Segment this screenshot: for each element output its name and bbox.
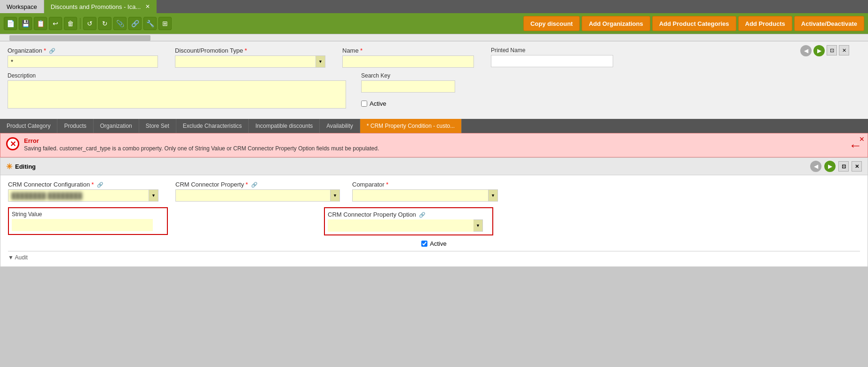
comparator-input[interactable]: Contains	[352, 189, 489, 202]
discount-type-label: Discount/Promotion Type *	[175, 47, 335, 54]
organization-input[interactable]	[8, 55, 158, 68]
organization-group: Organization * 🔗	[8, 47, 167, 68]
editing-close-btn[interactable]: ✕	[852, 161, 862, 172]
toolbar-icon-refresh[interactable]: ↺	[83, 17, 96, 30]
tab-availability[interactable]: Availability	[320, 119, 360, 133]
activate-deactivate-button[interactable]: Activate/Deactivate	[794, 16, 864, 31]
discount-type-select-wrapper: Price Adjustment ▼	[175, 55, 335, 68]
toolbar-icon-window[interactable]: ⊞	[158, 17, 172, 30]
toolbar-icon-save[interactable]: 💾	[19, 17, 32, 30]
crm-property-option-outlined-box: CRM Connector Property Option 🔗 Employee…	[324, 207, 493, 235]
description-label: Description	[8, 72, 346, 79]
error-icon: ✕	[6, 137, 19, 150]
search-key-label: Search Key	[361, 72, 455, 79]
config-info-icon: 🔗	[97, 182, 103, 187]
editing-row-1: CRM Connector Configuration * 🔗 ████████…	[8, 181, 860, 202]
scroll-thumb[interactable]	[9, 35, 150, 41]
error-bar: ✕ Error Saving failed. customer_card_typ…	[0, 133, 868, 157]
error-close-button[interactable]: ✕	[859, 135, 865, 143]
editing-header: ✳ Editing ◀ ▶ ⊡ ✕	[0, 158, 868, 175]
toolbar-icon-new[interactable]: 📄	[4, 17, 17, 30]
horizontal-scrollbar[interactable]	[0, 34, 868, 41]
copy-discount-button[interactable]: Copy discount	[523, 16, 580, 31]
tab-product-category[interactable]: Product Category	[0, 119, 57, 133]
tab-store-set[interactable]: Store Set	[139, 119, 176, 133]
toolbar: 📄 💾 📋 ↩ 🗑 ↺ ↻ 📎 🔗 🔧 ⊞ Copy discount Add …	[0, 13, 868, 34]
name-input[interactable]: Ica RGT 7	[342, 55, 474, 68]
comparator-group: Comparator * Contains ▼	[352, 181, 503, 202]
name-group: Name * Ica RGT 7	[342, 47, 483, 68]
search-key-group: Search Key 200252	[361, 72, 455, 93]
editing-nav-next[interactable]: ▶	[824, 161, 836, 172]
toolbar-icon-attach[interactable]: 📎	[113, 17, 126, 30]
editing-asterisk: ✳	[6, 162, 12, 171]
crm-connector-config-label: CRM Connector Configuration * 🔗	[8, 181, 168, 188]
editing-active-label: Active	[430, 240, 446, 247]
crm-property-option-input[interactable]: Employee - Employee -	[328, 219, 473, 232]
toolbar-icon-link[interactable]: 🔗	[128, 17, 142, 30]
editing-section: ✳ Editing ◀ ▶ ⊡ ✕ CRM Connector Configur…	[0, 157, 868, 267]
toolbar-sep-1	[80, 18, 80, 29]
editing-active-checkbox[interactable]	[421, 241, 427, 247]
error-text: Error Saving failed. customer_card_type …	[24, 137, 844, 152]
name-label: Name *	[342, 47, 483, 54]
crm-config-input[interactable]: ████████ ████████	[8, 189, 149, 202]
toolbar-icon-undo[interactable]: ↩	[49, 17, 62, 30]
tab-workspace[interactable]: Workspace	[0, 0, 44, 13]
tab-discounts-promotions[interactable]: Discounts and Promotions - Ica... ✕	[44, 0, 157, 13]
add-product-categories-button[interactable]: Add Product Categories	[652, 16, 736, 31]
tab-products[interactable]: Products	[57, 119, 93, 133]
name-required-star: *	[360, 47, 363, 54]
nav-prev-button[interactable]: ◀	[800, 45, 812, 56]
string-value-group: String Value 123	[12, 211, 164, 231]
error-message: Saving failed. customer_card_type is a c…	[24, 145, 844, 152]
crm-connector-property-group: CRM Connector Property * 🔗 customer_card…	[175, 181, 345, 202]
crm-property-option-select-wrapper: Employee - Employee - ▼	[328, 219, 489, 232]
maximize-button[interactable]: ⊡	[827, 45, 837, 55]
crm-connector-property-label: CRM Connector Property * 🔗	[175, 181, 345, 188]
toolbar-icon-forward[interactable]: ↻	[98, 17, 111, 30]
tab-close-icon[interactable]: ✕	[145, 3, 150, 10]
crm-property-option-arrow[interactable]: ▼	[473, 219, 483, 232]
string-value-outlined-box: String Value 123	[8, 207, 168, 235]
discount-type-input[interactable]: Price Adjustment	[175, 55, 316, 68]
crm-config-arrow[interactable]: ▼	[149, 189, 158, 202]
comparator-arrow[interactable]: ▼	[489, 189, 498, 202]
printed-name-input[interactable]	[491, 55, 613, 67]
tab-incompatible-discounts[interactable]: Incompatible discounts	[249, 119, 320, 133]
editing-maximize-btn[interactable]: ⊡	[838, 161, 849, 172]
tab-active-label: Discounts and Promotions - Ica...	[51, 3, 141, 10]
string-value-input[interactable]: 123	[12, 219, 153, 231]
add-products-button[interactable]: Add Products	[738, 16, 792, 31]
description-group: Description	[8, 72, 346, 109]
crm-property-option-group: CRM Connector Property Option 🔗 Employee…	[328, 211, 489, 232]
property-info-icon: 🔗	[251, 182, 258, 187]
toolbar-icon-tools[interactable]: 🔧	[143, 17, 157, 30]
active-label: Active	[370, 100, 386, 107]
toolbar-icon-copy[interactable]: 📋	[34, 17, 47, 30]
tab-crm-property[interactable]: * CRM Property Condition - custo...	[360, 119, 462, 133]
crm-property-input[interactable]: customer_card_type - CardType	[175, 189, 331, 202]
string-value-label: String Value	[12, 211, 164, 218]
crm-property-option-label: CRM Connector Property Option 🔗	[328, 211, 489, 218]
tab-organization[interactable]: Organization	[94, 119, 139, 133]
comparator-label: Comparator *	[352, 181, 503, 188]
editing-active-row: Active	[8, 240, 860, 247]
org-info-icon: 🔗	[49, 48, 55, 54]
main-form: ◀ ▶ ⊡ ✕ Organization * 🔗 Discount/Promot…	[0, 41, 868, 119]
description-textarea[interactable]	[8, 80, 346, 109]
add-organizations-button[interactable]: Add Organizations	[582, 16, 650, 31]
editing-row-2: String Value 123 CRM Connector Property …	[8, 207, 860, 235]
toolbar-icon-delete[interactable]: 🗑	[64, 17, 77, 30]
crm-property-arrow[interactable]: ▼	[331, 189, 340, 202]
organization-label: Organization * 🔗	[8, 47, 167, 54]
crm-config-select-wrapper: ████████ ████████ ▼	[8, 189, 168, 202]
discount-type-arrow[interactable]: ▼	[316, 55, 325, 68]
active-checkbox[interactable]	[361, 101, 367, 107]
tab-exclude-characteristics[interactable]: Exclude Characteristics	[176, 119, 249, 133]
nav-next-button[interactable]: ▶	[813, 45, 825, 56]
editing-nav-prev[interactable]: ◀	[810, 161, 821, 172]
close-form-button[interactable]: ✕	[839, 45, 849, 55]
search-key-input[interactable]: 200252	[361, 80, 455, 93]
audit-label: ▼ Audit	[8, 251, 860, 261]
